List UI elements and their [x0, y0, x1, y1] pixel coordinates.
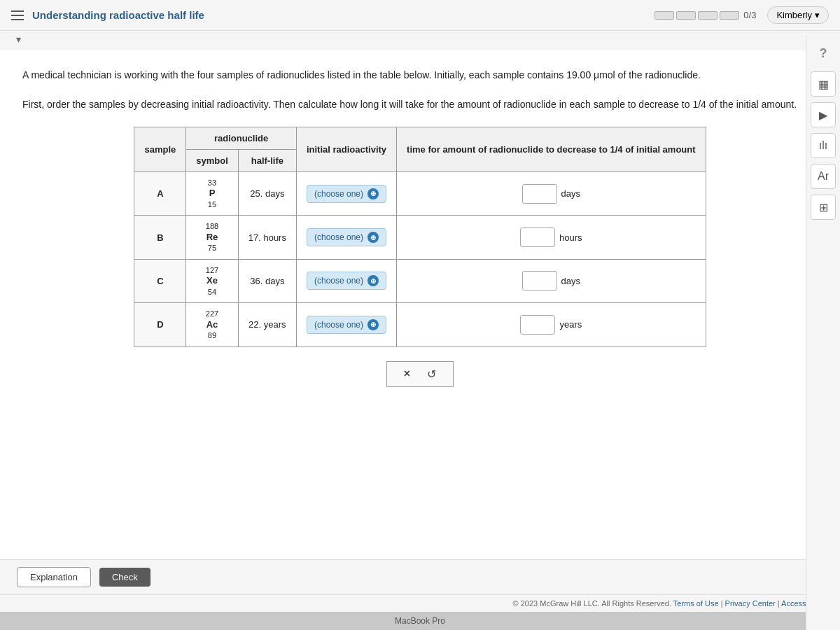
time-input[interactable]: [522, 184, 557, 204]
play-icon: ▶: [819, 108, 827, 122]
choose-one-icon: ⊕: [368, 319, 379, 330]
half-life-cell: 25. days: [238, 172, 296, 215]
top-bar-left: Understanding radioactive half life: [11, 9, 204, 21]
user-name: Kimberly: [776, 10, 812, 20]
symbol-cell: 33 P 15: [186, 172, 239, 215]
choose-one-button[interactable]: (choose one) ⊕: [307, 228, 386, 246]
table-action-row: × ↺: [386, 361, 454, 387]
footer: © 2023 McGraw Hill LLC. All Rights Reser…: [0, 594, 840, 612]
progress-seg-1: [654, 11, 674, 20]
user-button[interactable]: Kimberly ▾: [767, 6, 829, 24]
half-life-header: half-life: [238, 149, 296, 172]
half-life-cell: 17. hours: [238, 216, 296, 259]
check-button[interactable]: Check: [99, 568, 150, 587]
chevron-row: ▾: [0, 31, 840, 50]
table-icon-button[interactable]: ▦: [811, 71, 836, 97]
copyright: © 2023 McGraw Hill LLC. All Rights Reser…: [513, 599, 671, 608]
play-icon-button[interactable]: ▶: [811, 102, 836, 127]
choose-one-label: (choose one): [314, 189, 363, 199]
choose-one-label: (choose one): [314, 276, 363, 286]
choose-one-cell: (choose one) ⊕: [296, 259, 396, 302]
choose-one-cell: (choose one) ⊕: [296, 216, 396, 259]
mac-bar: MacBook Pro: [0, 612, 840, 630]
choose-one-cell: (choose one) ⊕: [296, 303, 396, 346]
progress-seg-4: [720, 11, 739, 20]
chart-icon: ılı: [819, 139, 827, 152]
chart-icon-button[interactable]: ılı: [811, 133, 836, 158]
time-for-amount-header: time for amount of radionuclide to decre…: [397, 127, 706, 172]
hamburger-menu-icon[interactable]: [11, 10, 24, 20]
progress-count: 0/3: [743, 10, 756, 20]
right-sidebar: ? ▦ ▶ ılı Ar ⊞: [806, 35, 840, 630]
sample-cell: A: [134, 172, 186, 215]
time-cell: days: [397, 259, 706, 302]
choose-one-icon: ⊕: [368, 188, 379, 200]
choose-one-icon: ⊕: [368, 232, 379, 243]
ar-icon-button[interactable]: Ar: [811, 164, 836, 189]
unit-label: days: [561, 188, 580, 199]
unit-label: hours: [559, 232, 582, 243]
chevron-down-icon: ▾: [815, 10, 820, 20]
data-table: sample radionuclide initial radioactivit…: [134, 127, 706, 347]
choose-one-button[interactable]: (choose one) ⊕: [307, 316, 386, 334]
time-input[interactable]: [520, 227, 555, 247]
table-row: B 188 Re 75 17. hours (choose one) ⊕ hou…: [134, 216, 706, 259]
choose-one-icon: ⊕: [368, 275, 379, 286]
choose-one-cell: (choose one) ⊕: [296, 172, 396, 215]
progress-bar-container: 0/3: [654, 10, 756, 20]
progress-segments: [654, 11, 739, 20]
bottom-bar: Explanation Check: [0, 559, 840, 594]
grid-icon: ⊞: [819, 201, 828, 214]
main-content: ? ▦ ▶ ılı Ar ⊞ A medical technician is w…: [0, 50, 840, 559]
choose-one-label: (choose one): [314, 232, 363, 242]
time-cell: years: [397, 303, 706, 346]
progress-seg-2: [676, 11, 696, 20]
choose-one-button[interactable]: (choose one) ⊕: [307, 272, 386, 290]
unit-label: years: [559, 319, 582, 330]
table-icon: ▦: [818, 78, 829, 91]
top-bar: Understanding radioactive half life 0/3 …: [0, 0, 840, 31]
sample-cell: C: [134, 259, 186, 302]
question-mark-icon: ?: [820, 46, 827, 61]
mac-bar-label: MacBook Pro: [395, 616, 445, 626]
table-row: D 227 Ac 89 22. years (choose one) ⊕ yea…: [134, 303, 706, 346]
time-cell: days: [397, 172, 706, 215]
sample-cell: D: [134, 303, 186, 346]
question-line1: A medical technician is working with the…: [22, 67, 818, 83]
symbol-cell: 227 Ac 89: [186, 303, 239, 346]
time-cell: hours: [397, 216, 706, 259]
progress-seg-3: [698, 11, 718, 20]
radionuclide-header: radionuclide: [186, 127, 297, 149]
privacy-link[interactable]: Privacy Center: [725, 599, 776, 608]
top-bar-right: 0/3 Kimberly ▾: [654, 6, 829, 24]
page-title: Understanding radioactive half life: [32, 9, 204, 21]
clear-button[interactable]: ×: [404, 368, 410, 380]
unit-label: days: [561, 276, 580, 286]
collapse-chevron-icon[interactable]: ▾: [11, 32, 25, 46]
choose-one-button[interactable]: (choose one) ⊕: [307, 185, 386, 203]
explanation-button[interactable]: Explanation: [17, 567, 91, 587]
time-input[interactable]: [520, 315, 555, 335]
refresh-button[interactable]: ↺: [427, 368, 436, 381]
half-life-cell: 36. days: [238, 259, 296, 302]
grid-icon-button[interactable]: ⊞: [811, 195, 836, 220]
symbol-cell: 127 Xe 54: [186, 259, 239, 302]
question-line2: First, order the samples by decreasing i…: [22, 97, 818, 112]
half-life-cell: 22. years: [238, 303, 296, 346]
table-row: C 127 Xe 54 36. days (choose one) ⊕ days: [134, 259, 706, 302]
symbol-header: symbol: [186, 149, 239, 172]
table-row: A 33 P 15 25. days (choose one) ⊕ days: [134, 172, 706, 215]
sample-header: sample: [134, 127, 186, 172]
terms-link[interactable]: Terms of Use: [673, 599, 719, 608]
symbol-cell: 188 Re 75: [186, 216, 239, 259]
help-icon-button[interactable]: ?: [811, 41, 836, 66]
ar-icon: Ar: [818, 170, 829, 183]
sample-cell: B: [134, 216, 186, 259]
time-input[interactable]: [522, 271, 557, 290]
initial-radioactivity-header: initial radioactivity: [296, 127, 396, 172]
choose-one-label: (choose one): [314, 320, 363, 330]
